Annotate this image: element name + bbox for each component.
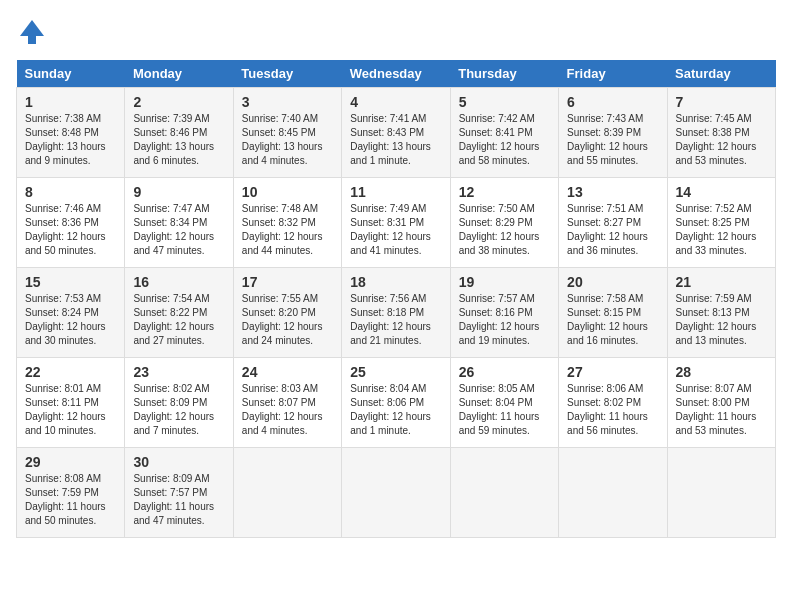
day-number: 8 [25,184,116,200]
calendar-cell: 26 Sunrise: 8:05 AM Sunset: 8:04 PM Dayl… [450,358,558,448]
calendar-cell: 10 Sunrise: 7:48 AM Sunset: 8:32 PM Dayl… [233,178,341,268]
day-number: 3 [242,94,333,110]
calendar-weekday-thursday: Thursday [450,60,558,88]
calendar-cell: 13 Sunrise: 7:51 AM Sunset: 8:27 PM Dayl… [559,178,667,268]
day-number: 9 [133,184,224,200]
day-number: 30 [133,454,224,470]
calendar-cell: 22 Sunrise: 8:01 AM Sunset: 8:11 PM Dayl… [17,358,125,448]
day-number: 15 [25,274,116,290]
day-number: 10 [242,184,333,200]
calendar-cell: 3 Sunrise: 7:40 AM Sunset: 8:45 PM Dayli… [233,88,341,178]
calendar-cell: 11 Sunrise: 7:49 AM Sunset: 8:31 PM Dayl… [342,178,450,268]
day-number: 6 [567,94,658,110]
day-info: Sunrise: 7:53 AM Sunset: 8:24 PM Dayligh… [25,292,116,348]
calendar-cell: 14 Sunrise: 7:52 AM Sunset: 8:25 PM Dayl… [667,178,775,268]
day-info: Sunrise: 7:38 AM Sunset: 8:48 PM Dayligh… [25,112,116,168]
day-info: Sunrise: 7:59 AM Sunset: 8:13 PM Dayligh… [676,292,767,348]
calendar-cell: 17 Sunrise: 7:55 AM Sunset: 8:20 PM Dayl… [233,268,341,358]
day-info: Sunrise: 7:39 AM Sunset: 8:46 PM Dayligh… [133,112,224,168]
calendar-cell [342,448,450,538]
day-number: 21 [676,274,767,290]
day-number: 7 [676,94,767,110]
day-info: Sunrise: 7:47 AM Sunset: 8:34 PM Dayligh… [133,202,224,258]
day-number: 12 [459,184,550,200]
calendar-cell: 23 Sunrise: 8:02 AM Sunset: 8:09 PM Dayl… [125,358,233,448]
calendar-cell: 9 Sunrise: 7:47 AM Sunset: 8:34 PM Dayli… [125,178,233,268]
calendar-table: SundayMondayTuesdayWednesdayThursdayFrid… [16,60,776,538]
calendar-cell [450,448,558,538]
day-number: 22 [25,364,116,380]
calendar-cell: 25 Sunrise: 8:04 AM Sunset: 8:06 PM Dayl… [342,358,450,448]
day-number: 18 [350,274,441,290]
day-number: 11 [350,184,441,200]
day-info: Sunrise: 8:09 AM Sunset: 7:57 PM Dayligh… [133,472,224,528]
day-info: Sunrise: 7:58 AM Sunset: 8:15 PM Dayligh… [567,292,658,348]
calendar-cell [233,448,341,538]
calendar-week-row-1: 1 Sunrise: 7:38 AM Sunset: 8:48 PM Dayli… [17,88,776,178]
calendar-cell: 4 Sunrise: 7:41 AM Sunset: 8:43 PM Dayli… [342,88,450,178]
day-number: 28 [676,364,767,380]
day-info: Sunrise: 8:02 AM Sunset: 8:09 PM Dayligh… [133,382,224,438]
day-info: Sunrise: 7:55 AM Sunset: 8:20 PM Dayligh… [242,292,333,348]
day-info: Sunrise: 7:57 AM Sunset: 8:16 PM Dayligh… [459,292,550,348]
calendar-cell: 20 Sunrise: 7:58 AM Sunset: 8:15 PM Dayl… [559,268,667,358]
calendar-cell: 18 Sunrise: 7:56 AM Sunset: 8:18 PM Dayl… [342,268,450,358]
day-number: 2 [133,94,224,110]
calendar-body: 1 Sunrise: 7:38 AM Sunset: 8:48 PM Dayli… [17,88,776,538]
logo-icon [16,16,48,52]
day-number: 26 [459,364,550,380]
day-info: Sunrise: 7:50 AM Sunset: 8:29 PM Dayligh… [459,202,550,258]
calendar-cell: 21 Sunrise: 7:59 AM Sunset: 8:13 PM Dayl… [667,268,775,358]
calendar-weekday-monday: Monday [125,60,233,88]
day-info: Sunrise: 7:46 AM Sunset: 8:36 PM Dayligh… [25,202,116,258]
calendar-week-row-2: 8 Sunrise: 7:46 AM Sunset: 8:36 PM Dayli… [17,178,776,268]
calendar-cell: 1 Sunrise: 7:38 AM Sunset: 8:48 PM Dayli… [17,88,125,178]
day-info: Sunrise: 8:04 AM Sunset: 8:06 PM Dayligh… [350,382,441,438]
day-number: 27 [567,364,658,380]
day-info: Sunrise: 7:45 AM Sunset: 8:38 PM Dayligh… [676,112,767,168]
calendar-week-row-3: 15 Sunrise: 7:53 AM Sunset: 8:24 PM Dayl… [17,268,776,358]
day-info: Sunrise: 8:05 AM Sunset: 8:04 PM Dayligh… [459,382,550,438]
calendar-cell: 19 Sunrise: 7:57 AM Sunset: 8:16 PM Dayl… [450,268,558,358]
day-info: Sunrise: 7:49 AM Sunset: 8:31 PM Dayligh… [350,202,441,258]
calendar-week-row-4: 22 Sunrise: 8:01 AM Sunset: 8:11 PM Dayl… [17,358,776,448]
day-number: 17 [242,274,333,290]
calendar-cell: 8 Sunrise: 7:46 AM Sunset: 8:36 PM Dayli… [17,178,125,268]
day-number: 14 [676,184,767,200]
svg-marker-0 [20,20,44,44]
calendar-weekday-tuesday: Tuesday [233,60,341,88]
day-info: Sunrise: 7:48 AM Sunset: 8:32 PM Dayligh… [242,202,333,258]
day-number: 16 [133,274,224,290]
day-number: 4 [350,94,441,110]
calendar-cell: 30 Sunrise: 8:09 AM Sunset: 7:57 PM Dayl… [125,448,233,538]
calendar-cell: 15 Sunrise: 7:53 AM Sunset: 8:24 PM Dayl… [17,268,125,358]
page-header [16,16,776,52]
calendar-weekday-saturday: Saturday [667,60,775,88]
day-info: Sunrise: 7:43 AM Sunset: 8:39 PM Dayligh… [567,112,658,168]
calendar-cell: 27 Sunrise: 8:06 AM Sunset: 8:02 PM Dayl… [559,358,667,448]
day-info: Sunrise: 7:52 AM Sunset: 8:25 PM Dayligh… [676,202,767,258]
calendar-cell: 16 Sunrise: 7:54 AM Sunset: 8:22 PM Dayl… [125,268,233,358]
calendar-weekday-wednesday: Wednesday [342,60,450,88]
calendar-cell: 12 Sunrise: 7:50 AM Sunset: 8:29 PM Dayl… [450,178,558,268]
calendar-weekday-friday: Friday [559,60,667,88]
day-info: Sunrise: 7:42 AM Sunset: 8:41 PM Dayligh… [459,112,550,168]
calendar-cell [559,448,667,538]
calendar-cell: 29 Sunrise: 8:08 AM Sunset: 7:59 PM Dayl… [17,448,125,538]
day-info: Sunrise: 8:01 AM Sunset: 8:11 PM Dayligh… [25,382,116,438]
day-number: 29 [25,454,116,470]
day-info: Sunrise: 8:08 AM Sunset: 7:59 PM Dayligh… [25,472,116,528]
logo [16,16,52,52]
calendar-weekday-sunday: Sunday [17,60,125,88]
day-number: 20 [567,274,658,290]
calendar-header-row: SundayMondayTuesdayWednesdayThursdayFrid… [17,60,776,88]
calendar-cell: 5 Sunrise: 7:42 AM Sunset: 8:41 PM Dayli… [450,88,558,178]
day-number: 23 [133,364,224,380]
day-info: Sunrise: 8:06 AM Sunset: 8:02 PM Dayligh… [567,382,658,438]
day-number: 5 [459,94,550,110]
day-info: Sunrise: 8:03 AM Sunset: 8:07 PM Dayligh… [242,382,333,438]
calendar-cell: 24 Sunrise: 8:03 AM Sunset: 8:07 PM Dayl… [233,358,341,448]
calendar-cell [667,448,775,538]
day-info: Sunrise: 7:41 AM Sunset: 8:43 PM Dayligh… [350,112,441,168]
day-info: Sunrise: 7:54 AM Sunset: 8:22 PM Dayligh… [133,292,224,348]
